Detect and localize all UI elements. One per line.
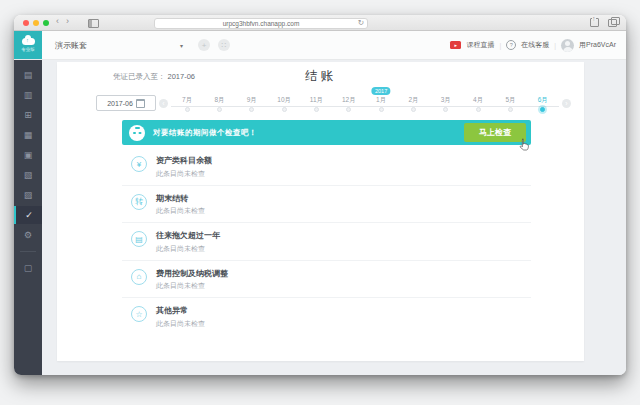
cloud-upload-icon	[22, 38, 35, 45]
url-text: urpcg3hbfvn.chanapp.com	[223, 20, 300, 27]
check-item-status: 此条目尚未检查	[156, 206, 205, 216]
sidebar-item-nav-3[interactable]: ⊞	[14, 105, 42, 125]
address-bar[interactable]: urpcg3hbfvn.chanapp.com ↻	[154, 18, 368, 29]
tabs-overview-icon[interactable]	[608, 19, 617, 27]
month-dot	[379, 107, 384, 112]
check-item-title: 费用控制及纳税调整	[156, 268, 228, 279]
zoom-window-button[interactable]	[43, 20, 49, 26]
month-label: 3月	[441, 96, 451, 105]
sidebar-item-nav-2[interactable]: ▥	[14, 85, 42, 105]
live-video-icon: ▸	[450, 41, 461, 49]
check-item-row[interactable]: ¥资产类科目余额此条目尚未检查	[122, 148, 531, 186]
period-date-picker[interactable]: 2017-06	[96, 95, 156, 111]
timeline-month-10[interactable]: 4月	[462, 91, 494, 115]
live-course-link[interactable]: 课程直播	[466, 40, 494, 50]
timeline-month-9[interactable]: 3月	[430, 91, 462, 115]
check-item-row[interactable]: ▤往来拖欠超过一年此条目尚未检查	[122, 223, 531, 261]
month-dot	[476, 107, 481, 112]
sidebar-item-settings[interactable]: ⚙	[14, 225, 42, 245]
sidebar-item-nav-4[interactable]: ▦	[14, 125, 42, 145]
timeline-prev-button[interactable]: ‹	[159, 99, 168, 108]
user-name[interactable]: 用Pra6VcAr	[579, 40, 616, 50]
archive-icon: ▢	[24, 263, 33, 273]
currency-icon: ¥	[131, 156, 147, 172]
check-item-text: 费用控制及纳税调整此条目尚未检查	[156, 268, 228, 292]
timeline-month-6[interactable]: 12月	[333, 91, 365, 115]
check-now-label: 马上检查	[479, 128, 511, 137]
period-timeline: 2017-06 ‹ 7月8月9月10月11月12月20171月2月3月4月5月6…	[57, 91, 584, 115]
sidebar-toggle-icon[interactable]	[88, 19, 99, 28]
settings-icon: ⚙	[24, 230, 32, 240]
check-item-status: 此条目尚未检查	[156, 319, 205, 329]
divider: |	[499, 42, 501, 49]
account-set-dropdown[interactable]: 演示账套 ▾	[55, 40, 183, 51]
banner-message: 对要结账的期间做个检查吧！	[153, 128, 257, 138]
app-logo: 专业版	[14, 31, 42, 59]
nav-6-icon: ▧	[24, 170, 33, 180]
nav-5-icon: ▣	[24, 150, 33, 160]
hand-cursor-icon	[518, 138, 531, 151]
check-item-row[interactable]: ⌂费用控制及纳税调整此条目尚未检查	[122, 261, 531, 299]
check-banner: 对要结账的期间做个检查吧！ 马上检查	[122, 120, 531, 145]
sidebar-item-archive[interactable]: ▢	[14, 258, 42, 278]
nav-buttons: ‹ ›	[56, 16, 69, 26]
topbar-right: ▸ 课程直播 | ? 在线客服 | 用Pra6VcAr	[450, 31, 616, 59]
nav-2-icon: ▥	[24, 90, 33, 100]
month-dot	[346, 107, 351, 112]
check-item-row[interactable]: 转期末结转此条目尚未检查	[122, 186, 531, 224]
check-item-title: 其他异常	[156, 305, 205, 316]
check-item-text: 往来拖欠超过一年此条目尚未检查	[156, 230, 220, 254]
sidebar-item-nav-6[interactable]: ▧	[14, 165, 42, 185]
add-button[interactable]: +	[198, 39, 210, 51]
help-icon: ?	[506, 40, 516, 50]
divider: |	[554, 42, 556, 49]
close-window-button[interactable]	[23, 20, 29, 26]
forward-icon[interactable]: ›	[66, 16, 69, 26]
minimize-window-button[interactable]	[33, 20, 39, 26]
month-dot	[443, 107, 448, 112]
timeline-next-button[interactable]: ›	[562, 99, 571, 108]
month-label: 7月	[182, 96, 192, 105]
month-dot	[540, 107, 545, 112]
timeline-month-7[interactable]: 20171月	[365, 91, 397, 115]
calendar-icon	[136, 99, 145, 108]
sidebar-item-nav-5[interactable]: ▣	[14, 145, 42, 165]
closing-card: 凭证已录入至： 2017-06 结账 2017-06 ‹ 7月8月9月10月11…	[57, 62, 584, 361]
avatar[interactable]	[561, 39, 574, 52]
check-item-text: 资产类科目余额此条目尚未检查	[156, 155, 212, 179]
sidebar-item-nav-1[interactable]: ▤	[14, 65, 42, 85]
edition-label: 专业版	[21, 47, 35, 52]
sidebar-item-closing[interactable]: ✓	[14, 206, 42, 224]
nav-7-icon: ▨	[24, 190, 33, 200]
timeline-month-2[interactable]: 8月	[203, 91, 235, 115]
year-badge: 2017	[372, 87, 391, 95]
timeline-month-12[interactable]: 6月	[527, 91, 559, 115]
share-icon[interactable]	[590, 18, 599, 27]
timeline-month-3[interactable]: 9月	[236, 91, 268, 115]
check-item-row[interactable]: ☆其他异常此条目尚未检查	[122, 298, 531, 335]
nav-4-icon: ▦	[24, 130, 33, 140]
timeline-month-8[interactable]: 2月	[397, 91, 429, 115]
refresh-icon[interactable]: ↻	[358, 18, 364, 27]
apps-grid-button[interactable]: ∷	[218, 39, 230, 51]
online-support-link[interactable]: 在线客服	[521, 40, 549, 50]
star-icon: ☆	[131, 306, 147, 322]
timeline-month-5[interactable]: 11月	[300, 91, 332, 115]
month-label: 5月	[505, 96, 515, 105]
sidebar-item-nav-7[interactable]: ▨	[14, 185, 42, 205]
nav-3-icon: ⊞	[24, 110, 32, 120]
timeline-month-4[interactable]: 10月	[268, 91, 300, 115]
carryover-icon: 转	[131, 194, 147, 210]
month-label: 11月	[310, 96, 323, 105]
sidebar: ▤▥⊞▦▣▧▨✓⚙▢	[14, 60, 42, 375]
check-item-status: 此条目尚未检查	[156, 244, 220, 254]
back-icon[interactable]: ‹	[56, 16, 59, 26]
nav-1-icon: ▤	[24, 70, 33, 80]
check-now-button[interactable]: 马上检查	[464, 123, 526, 142]
chevron-down-icon: ▾	[180, 42, 183, 49]
month-dot	[411, 107, 416, 112]
timeline-month-11[interactable]: 5月	[494, 91, 526, 115]
card-header: 凭证已录入至： 2017-06 结账	[57, 62, 584, 91]
app-topbar: 专业版 演示账套 ▾ + ∷ ▸ 课程直播 | ? 在线客服 | 用Pra6Vc…	[14, 31, 626, 60]
timeline-month-1[interactable]: 7月	[171, 91, 203, 115]
